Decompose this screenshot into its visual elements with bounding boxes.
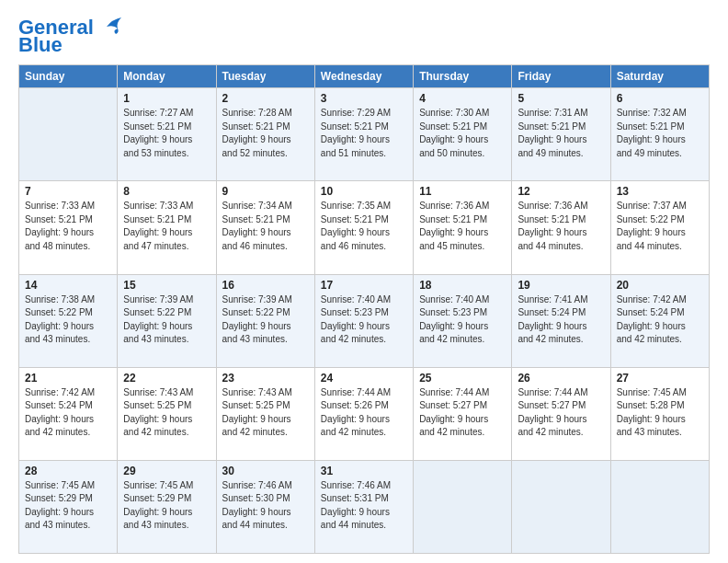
calendar-cell: 4Sunrise: 7:30 AMSunset: 5:21 PMDaylight… [414,88,512,181]
day-number: 23 [222,372,309,385]
day-info: Sunrise: 7:44 AMSunset: 5:27 PMDaylight:… [419,386,506,440]
day-info: Sunrise: 7:42 AMSunset: 5:24 PMDaylight:… [617,293,703,347]
day-info: Sunrise: 7:45 AMSunset: 5:29 PMDaylight:… [123,479,210,533]
day-number: 16 [222,279,309,292]
calendar-cell: 28Sunrise: 7:45 AMSunset: 5:29 PMDayligh… [19,460,118,553]
day-number: 24 [321,372,407,385]
day-info: Sunrise: 7:28 AMSunset: 5:21 PMDaylight:… [222,107,309,160]
day-info: Sunrise: 7:46 AMSunset: 5:31 PMDaylight:… [321,479,407,533]
day-number: 2 [222,92,309,105]
calendar-cell: 9Sunrise: 7:34 AMSunset: 5:21 PMDaylight… [216,181,314,274]
day-number: 8 [123,185,210,198]
day-info: Sunrise: 7:40 AMSunset: 5:23 PMDaylight:… [419,293,506,347]
day-info: Sunrise: 7:36 AMSunset: 5:21 PMDaylight:… [419,200,506,253]
day-number: 11 [419,185,506,198]
day-number: 31 [321,465,407,477]
day-info: Sunrise: 7:27 AMSunset: 5:21 PMDaylight:… [123,107,210,160]
day-number: 25 [419,372,506,385]
calendar-cell: 3Sunrise: 7:29 AMSunset: 5:21 PMDaylight… [314,88,413,181]
weekday-header: Tuesday [216,65,314,88]
calendar-cell: 7Sunrise: 7:33 AMSunset: 5:21 PMDaylight… [19,181,118,274]
day-number: 15 [123,279,210,292]
day-info: Sunrise: 7:39 AMSunset: 5:22 PMDaylight:… [123,293,210,347]
calendar-cell: 26Sunrise: 7:44 AMSunset: 5:27 PMDayligh… [512,367,610,460]
logo: General Blue [18,17,123,55]
day-number: 27 [617,372,703,385]
day-number: 29 [123,465,210,477]
day-info: Sunrise: 7:37 AMSunset: 5:22 PMDaylight:… [617,200,703,253]
day-info: Sunrise: 7:45 AMSunset: 5:29 PMDaylight:… [25,479,111,533]
calendar-cell: 17Sunrise: 7:40 AMSunset: 5:23 PMDayligh… [314,274,413,367]
weekday-header: Monday [118,65,216,88]
day-info: Sunrise: 7:41 AMSunset: 5:24 PMDaylight:… [518,293,604,347]
calendar-cell: 30Sunrise: 7:46 AMSunset: 5:30 PMDayligh… [216,460,314,553]
calendar-cell: 22Sunrise: 7:43 AMSunset: 5:25 PMDayligh… [118,367,216,460]
calendar-cell: 31Sunrise: 7:46 AMSunset: 5:31 PMDayligh… [314,460,413,553]
calendar-cell: 24Sunrise: 7:44 AMSunset: 5:26 PMDayligh… [314,367,413,460]
calendar-cell: 27Sunrise: 7:45 AMSunset: 5:28 PMDayligh… [610,367,709,460]
day-info: Sunrise: 7:42 AMSunset: 5:24 PMDaylight:… [25,386,111,440]
weekday-header-row: SundayMondayTuesdayWednesdayThursdayFrid… [19,65,710,88]
calendar-cell: 20Sunrise: 7:42 AMSunset: 5:24 PMDayligh… [610,274,709,367]
day-info: Sunrise: 7:32 AMSunset: 5:21 PMDaylight:… [617,107,703,160]
calendar-week-row: 28Sunrise: 7:45 AMSunset: 5:29 PMDayligh… [19,460,710,553]
day-info: Sunrise: 7:34 AMSunset: 5:21 PMDaylight:… [222,200,309,253]
day-info: Sunrise: 7:33 AMSunset: 5:21 PMDaylight:… [25,200,111,253]
calendar-cell: 18Sunrise: 7:40 AMSunset: 5:23 PMDayligh… [414,274,512,367]
calendar-cell: 10Sunrise: 7:35 AMSunset: 5:21 PMDayligh… [314,181,413,274]
day-number: 4 [419,92,506,105]
day-number: 3 [321,92,407,105]
calendar-cell: 8Sunrise: 7:33 AMSunset: 5:21 PMDaylight… [118,181,216,274]
calendar-week-row: 1Sunrise: 7:27 AMSunset: 5:21 PMDaylight… [19,88,710,181]
calendar-cell: 6Sunrise: 7:32 AMSunset: 5:21 PMDaylight… [610,88,709,181]
calendar-cell: 14Sunrise: 7:38 AMSunset: 5:22 PMDayligh… [19,274,118,367]
day-number: 14 [25,279,111,292]
calendar-table: SundayMondayTuesdayWednesdayThursdayFrid… [18,64,710,554]
calendar-cell [414,460,512,553]
day-number: 28 [25,465,111,477]
calendar-cell: 1Sunrise: 7:27 AMSunset: 5:21 PMDaylight… [118,88,216,181]
calendar-week-row: 21Sunrise: 7:42 AMSunset: 5:24 PMDayligh… [19,367,710,460]
calendar-cell [19,88,118,181]
day-number: 22 [123,372,210,385]
weekday-header: Thursday [414,65,512,88]
day-info: Sunrise: 7:33 AMSunset: 5:21 PMDaylight:… [123,200,210,253]
day-info: Sunrise: 7:31 AMSunset: 5:21 PMDaylight:… [518,107,604,160]
calendar-cell: 23Sunrise: 7:43 AMSunset: 5:25 PMDayligh… [216,367,314,460]
day-info: Sunrise: 7:39 AMSunset: 5:22 PMDaylight:… [222,293,309,347]
day-number: 13 [617,185,703,198]
weekday-header: Sunday [19,65,118,88]
day-number: 26 [518,372,604,385]
day-info: Sunrise: 7:44 AMSunset: 5:26 PMDaylight:… [321,386,407,440]
calendar-cell: 21Sunrise: 7:42 AMSunset: 5:24 PMDayligh… [19,367,118,460]
day-number: 12 [518,185,604,198]
day-info: Sunrise: 7:35 AMSunset: 5:21 PMDaylight:… [321,200,407,253]
day-number: 5 [518,92,604,105]
calendar-cell [512,460,610,553]
page: General Blue SundayMondayTuesdayWednesda… [0,0,728,563]
calendar-week-row: 7Sunrise: 7:33 AMSunset: 5:21 PMDaylight… [19,181,710,274]
calendar-cell: 12Sunrise: 7:36 AMSunset: 5:21 PMDayligh… [512,181,610,274]
day-number: 6 [617,92,703,105]
calendar-cell: 25Sunrise: 7:44 AMSunset: 5:27 PMDayligh… [414,367,512,460]
calendar-week-row: 14Sunrise: 7:38 AMSunset: 5:22 PMDayligh… [19,274,710,367]
day-number: 20 [617,279,703,292]
day-info: Sunrise: 7:30 AMSunset: 5:21 PMDaylight:… [419,107,506,160]
day-info: Sunrise: 7:38 AMSunset: 5:22 PMDaylight:… [25,293,111,347]
weekday-header: Wednesday [314,65,413,88]
day-number: 9 [222,185,309,198]
day-number: 18 [419,279,506,292]
day-number: 19 [518,279,604,292]
weekday-header: Friday [512,65,610,88]
day-number: 7 [25,185,111,198]
calendar-cell: 11Sunrise: 7:36 AMSunset: 5:21 PMDayligh… [414,181,512,274]
header: General Blue [18,17,710,55]
day-info: Sunrise: 7:43 AMSunset: 5:25 PMDaylight:… [123,386,210,440]
day-number: 17 [321,279,407,292]
day-info: Sunrise: 7:29 AMSunset: 5:21 PMDaylight:… [321,107,407,160]
day-number: 1 [123,92,210,105]
day-info: Sunrise: 7:36 AMSunset: 5:21 PMDaylight:… [518,200,604,253]
day-info: Sunrise: 7:43 AMSunset: 5:25 PMDaylight:… [222,386,309,440]
calendar-cell: 15Sunrise: 7:39 AMSunset: 5:22 PMDayligh… [118,274,216,367]
day-number: 10 [321,185,407,198]
